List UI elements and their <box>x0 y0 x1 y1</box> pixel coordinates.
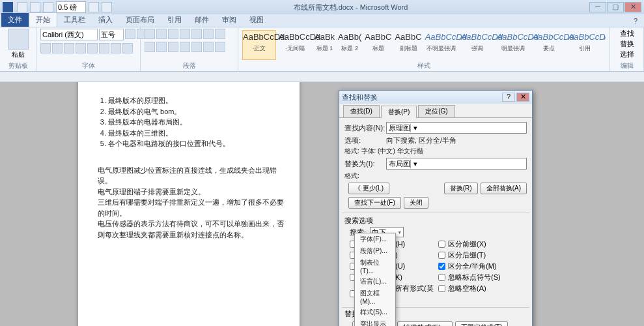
italic-icon[interactable] <box>52 43 63 53</box>
group-font: Calibri (西文) 五号 字体 <box>36 27 141 71</box>
bullets-icon[interactable] <box>145 29 155 39</box>
no-format-button[interactable]: 不限定格式(T) <box>455 321 508 326</box>
group-editing: 查找 替换 选择 编辑 <box>610 27 644 71</box>
search-option-check[interactable]: 忽略标点符号(S) <box>438 273 527 282</box>
style-item[interactable]: AaBbCcDd不明显强调 <box>425 30 458 60</box>
dropdown-icon[interactable]: ▾ <box>410 160 419 168</box>
grow-font-icon[interactable] <box>125 29 135 39</box>
style-item[interactable]: AaBbCcDd强调 <box>460 30 494 60</box>
indent-inc-icon[interactable] <box>191 29 202 39</box>
search-option-check[interactable]: 区分全/半角(M) <box>438 261 527 271</box>
group-editing-label: 编辑 <box>614 61 639 71</box>
ribbon: 粘贴 剪贴板 Calibri (西文) 五号 字体 <box>0 27 644 72</box>
sort-icon[interactable] <box>203 29 214 39</box>
qat-undo-icon[interactable] <box>30 2 40 12</box>
search-option-check[interactable]: 区分前缀(X) <box>438 239 527 249</box>
bold-icon[interactable] <box>40 43 51 53</box>
style-item[interactable]: AaBbCcDd·无间隔 <box>278 30 312 60</box>
menu-item[interactable]: 图文框(M)... <box>355 288 395 306</box>
menu-item[interactable]: 语言(L)... <box>355 276 395 288</box>
dialog-tab-replace[interactable]: 替换(P) <box>381 106 417 118</box>
tab-review[interactable]: 审阅 <box>216 13 243 27</box>
replace-one-button[interactable]: 替换(R) <box>444 183 478 194</box>
tab-layout[interactable]: 页面布局 <box>119 13 161 27</box>
style-item[interactable]: AaBbC标题 <box>364 30 392 60</box>
format2-label: 格式: <box>344 171 527 180</box>
tab-references[interactable]: 引用 <box>161 13 188 27</box>
document-area: 最终版本的原理图。最终版本的电气 bom。最终版本的电器布局图。最终版本的三维图… <box>0 82 644 326</box>
strike-icon[interactable] <box>76 43 86 53</box>
find-next-button[interactable]: 查找下一处(F) <box>348 197 401 209</box>
close-button[interactable]: ✕ <box>624 2 641 12</box>
tab-mailings[interactable]: 邮件 <box>188 13 216 27</box>
tab-home[interactable]: 开始 <box>29 12 57 27</box>
qat-redo-icon[interactable] <box>43 2 53 12</box>
line-spacing-icon[interactable] <box>191 42 202 52</box>
multilevel-icon[interactable] <box>168 29 178 39</box>
find-input[interactable]: 原理图▾ <box>386 122 527 134</box>
page[interactable]: 最终版本的原理图。最终版本的电气 bom。最终版本的电器布局图。最终版本的三维图… <box>78 82 300 326</box>
replace-all-button[interactable]: 全部替换(A) <box>481 183 527 194</box>
qat-save-icon[interactable] <box>17 2 27 12</box>
paste-icon[interactable] <box>8 29 29 50</box>
style-item[interactable]: AaBbCcDd明显引用 <box>604 30 606 60</box>
tab-view[interactable]: 视图 <box>243 13 270 27</box>
search-option-check[interactable]: 区分后缀(T) <box>438 250 527 260</box>
numbering-icon[interactable] <box>156 29 167 39</box>
underline-icon[interactable] <box>64 43 74 53</box>
menu-item[interactable]: 字体(F)... <box>355 233 395 245</box>
options-value: 向下搜索, 区分全/半角 <box>386 136 527 145</box>
replace-input[interactable]: 布局图▾ <box>386 158 527 170</box>
font-size-select[interactable]: 五号 <box>99 29 124 40</box>
tab-insert[interactable]: 插入 <box>92 13 119 27</box>
align-left-icon[interactable] <box>145 42 155 52</box>
qat-more-icon[interactable] <box>102 2 112 12</box>
tab-tools[interactable]: 工具栏 <box>57 13 92 27</box>
replace-button[interactable]: 替换 <box>620 39 634 49</box>
minimize-button[interactable]: ─ <box>589 2 606 12</box>
style-item[interactable]: AaBbC副标题 <box>394 30 422 60</box>
indent-dec-icon[interactable] <box>180 29 190 39</box>
group-paragraph-label: 段落 <box>145 61 234 71</box>
tab-file[interactable]: 文件 <box>1 13 29 27</box>
menu-item[interactable]: 突出显示(H) <box>355 318 395 326</box>
font-color-icon[interactable] <box>122 43 133 53</box>
style-item[interactable]: AaBb(标题 2 <box>337 30 362 60</box>
highlight-icon[interactable] <box>111 43 121 53</box>
borders-icon[interactable] <box>215 42 225 52</box>
superscript-icon[interactable] <box>99 43 109 53</box>
ruler <box>0 72 644 82</box>
dropdown-icon[interactable]: ▾ <box>410 124 419 132</box>
cancel-button[interactable]: 关闭 <box>404 197 428 209</box>
style-item[interactable]: AaBbCcDd明显强调 <box>496 30 530 60</box>
align-center-icon[interactable] <box>156 42 167 52</box>
help-button[interactable]: ? <box>627 15 644 27</box>
shading-icon[interactable] <box>203 42 214 52</box>
show-marks-icon[interactable] <box>215 29 225 39</box>
dialog-tab-goto[interactable]: 定位(G) <box>418 105 455 117</box>
style-item[interactable]: AaBk标题 1 <box>314 30 335 60</box>
align-justify-icon[interactable] <box>180 42 190 52</box>
style-item[interactable]: AaBbCcDd·正文 <box>242 30 276 60</box>
style-item[interactable]: AaBbCcDd引用 <box>568 30 602 60</box>
menu-item[interactable]: 制表位(T)... <box>355 257 395 276</box>
search-option-check[interactable]: 忽略空格(A) <box>438 284 527 293</box>
special-format-button[interactable]: 特殊格式(E)▼ <box>397 321 453 326</box>
qat-sep-icon[interactable] <box>89 2 99 12</box>
maximize-button[interactable]: ▢ <box>607 2 624 12</box>
subscript-icon[interactable] <box>87 43 98 53</box>
align-right-icon[interactable] <box>168 42 178 52</box>
group-styles: AaBbCcDd·正文AaBbCcDd·无间隔AaBk标题 1AaBb(标题 2… <box>238 27 610 71</box>
dialog-titlebar[interactable]: 查找和替换 ? ✕ <box>339 91 532 104</box>
find-button[interactable]: 查找 <box>620 29 634 38</box>
dialog-close-button[interactable]: ✕ <box>516 93 529 102</box>
select-button[interactable]: 选择 <box>620 50 634 59</box>
dialog-tab-find[interactable]: 查找(D) <box>343 105 380 117</box>
font-name-select[interactable]: Calibri (西文) <box>40 29 98 40</box>
qat-zoom[interactable]: 0.5 磅 <box>56 1 86 13</box>
style-item[interactable]: AaBbCcDd要点 <box>532 30 566 60</box>
menu-item[interactable]: 样式(S)... <box>355 306 395 318</box>
dialog-help-button[interactable]: ? <box>502 93 515 102</box>
menu-item[interactable]: 段落(P)... <box>355 245 395 257</box>
less-button[interactable]: 《 更少(L) <box>348 183 389 194</box>
